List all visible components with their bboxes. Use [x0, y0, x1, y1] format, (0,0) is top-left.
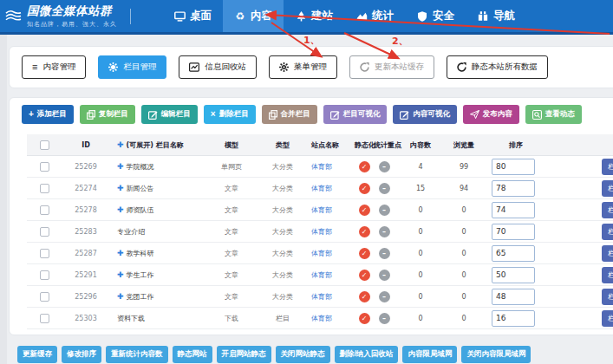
expand-icon[interactable]: ✚ [117, 292, 124, 301]
static-on-icon[interactable]: ✓ [359, 270, 370, 281]
column-view-button[interactable]: 栏目查看 [602, 289, 613, 305]
add-column-button[interactable]: + 添加栏目 [22, 105, 74, 124]
column-view-button[interactable]: 栏目查看 [602, 245, 613, 262]
static-on-icon[interactable]: ✓ [359, 313, 370, 324]
sort-input[interactable] [492, 224, 535, 240]
view-activity-button[interactable]: 查看动态 [525, 105, 582, 124]
stat-focus-off-icon[interactable]: – [379, 161, 390, 172]
expand-icon[interactable]: ✚ [117, 205, 124, 214]
row-checkbox[interactable] [40, 162, 49, 172]
modify-sort-button[interactable]: 修改排序 [62, 346, 101, 363]
toolbar-info-recycle-button[interactable]: 信息回收站 [179, 55, 257, 79]
merge-column-button[interactable]: 合并栏目 [262, 105, 317, 124]
sort-input[interactable] [492, 267, 535, 283]
expand-all-icon[interactable]: ✚ [117, 140, 124, 149]
copy-column-button[interactable]: 复制栏目 [80, 105, 135, 124]
nav-item-content[interactable]: ♻ 内容 [223, 0, 284, 32]
enable-site-static-button[interactable]: 开启网站静态 [217, 346, 271, 363]
nav-item-label: 桌面 [190, 9, 212, 23]
sort-input[interactable] [492, 202, 535, 218]
refresh-cache-button[interactable]: 更新缓存 [17, 346, 57, 363]
column-view-button[interactable]: 栏目查看 [602, 224, 613, 240]
disable-site-static-button[interactable]: 关闭网站静态 [276, 346, 330, 363]
row-checkbox[interactable] [40, 292, 49, 302]
expand-icon[interactable]: ✚ [117, 270, 124, 279]
row-type: 大分类 [256, 249, 310, 258]
delete-column-button[interactable]: × 删除栏目 [204, 105, 256, 124]
nav-item-stats[interactable]: 统计 [344, 0, 405, 32]
stat-focus-off-icon[interactable]: – [379, 270, 390, 281]
row-checkbox[interactable] [40, 249, 49, 258]
row-checkbox[interactable] [40, 270, 49, 280]
toolbar-static-all-data-button[interactable]: 静态本站所有数据 [447, 55, 548, 79]
stat-focus-off-icon[interactable]: – [379, 313, 390, 324]
nav-item-desktop[interactable]: 桌面 [162, 0, 223, 32]
content-lan-limit-button[interactable]: 内容限局域网 [402, 346, 457, 363]
annotation-marker-1: 1、 [303, 35, 320, 46]
column-name: 师资队伍 [127, 205, 154, 215]
column-view-label: 栏目查看 [608, 250, 613, 257]
select-all-checkbox[interactable] [40, 140, 49, 150]
site-link[interactable]: 体育部 [310, 162, 355, 172]
site-link[interactable]: 体育部 [310, 292, 355, 302]
stat-focus-cell: – [374, 183, 395, 194]
row-actions-cell: 栏目查看 [551, 267, 613, 283]
site-link[interactable]: 体育部 [310, 184, 355, 193]
expand-icon[interactable]: ✚ [117, 184, 124, 192]
column-visual-button[interactable]: 栏目可视化 [323, 105, 388, 124]
content-lan-limit-off-button[interactable]: 关闭内容限局域网 [461, 346, 531, 363]
edit-column-button[interactable]: 编辑栏目 [141, 105, 198, 124]
column-view-button[interactable]: 栏目查看 [602, 159, 613, 175]
static-site-button[interactable]: 静态网站 [173, 346, 212, 363]
static-on-icon[interactable]: ✓ [359, 205, 370, 216]
sort-input[interactable] [492, 159, 535, 175]
site-link[interactable]: 体育部 [310, 270, 355, 280]
delete-to-recycle-button[interactable]: 删除/纳入回收站 [335, 346, 399, 363]
toolbar-menu-manage-button[interactable]: 菜单管理 [269, 55, 337, 79]
column-view-button[interactable]: 栏目查看 [602, 310, 613, 327]
col-header-sort: 排序 [481, 140, 551, 150]
bulk-button-label: 关闭内容限局域网 [466, 349, 525, 358]
content-count: 0 [395, 271, 447, 279]
nav-item-build[interactable]: 建站 [284, 0, 344, 32]
stat-focus-off-icon[interactable]: – [379, 183, 390, 194]
publish-content-button[interactable]: 发布内容 [463, 105, 519, 124]
row-checkbox[interactable] [40, 314, 49, 323]
sort-input[interactable] [492, 245, 535, 262]
static-on-icon[interactable]: ✓ [359, 291, 370, 302]
static-on-icon[interactable]: ✓ [359, 226, 370, 237]
sort-input[interactable] [492, 289, 535, 305]
site-link[interactable]: 体育部 [310, 249, 355, 258]
sort-input[interactable] [492, 180, 535, 197]
toolbar-column-manage-button[interactable]: 栏目管理 [98, 55, 166, 79]
expand-icon[interactable]: ✚ [117, 162, 124, 171]
app-logo[interactable]: 国微全媒体站群 知名品牌，易用、强大、永久 [0, 0, 121, 32]
row-name-cell: 专业介绍 [110, 227, 207, 237]
static-on-icon[interactable]: ✓ [359, 248, 370, 259]
column-view-button[interactable]: 栏目查看 [602, 202, 613, 218]
toolbar-refresh-site-cache-button[interactable]: 更新本站缓存 [349, 55, 434, 79]
site-link[interactable]: 体育部 [310, 314, 355, 323]
stat-focus-off-icon[interactable]: – [379, 205, 390, 216]
sort-input[interactable] [492, 310, 535, 327]
expand-icon[interactable]: ✚ [117, 249, 124, 257]
recount-content-button[interactable]: 重新统计内容数 [106, 346, 168, 363]
toolbar-content-manage-button[interactable]: ≡ 内容管理 [22, 55, 86, 79]
site-link[interactable]: 体育部 [310, 205, 355, 215]
top-navbar: 国微全媒体站群 知名品牌，易用、强大、永久 桌面 ♻ 内容 建站 统计 安全 导… [0, 0, 613, 35]
stat-focus-off-icon[interactable]: – [379, 291, 390, 302]
stat-focus-off-icon[interactable]: – [379, 226, 390, 237]
row-checkbox[interactable] [40, 227, 49, 237]
row-id: 25296 [62, 293, 110, 301]
row-checkbox[interactable] [40, 205, 49, 215]
row-checkbox[interactable] [40, 184, 49, 193]
site-link[interactable]: 体育部 [310, 227, 355, 237]
column-view-button[interactable]: 栏目查看 [602, 180, 613, 197]
static-on-icon[interactable]: ✓ [359, 161, 370, 172]
nav-item-navigate[interactable]: 导航 [466, 0, 526, 32]
stat-focus-off-icon[interactable]: – [379, 248, 390, 259]
column-view-button[interactable]: 栏目查看 [602, 267, 613, 283]
nav-item-security[interactable]: 安全 [405, 0, 466, 32]
static-on-icon[interactable]: ✓ [359, 183, 370, 194]
content-visual-button[interactable]: 内容可视化 [393, 105, 457, 124]
